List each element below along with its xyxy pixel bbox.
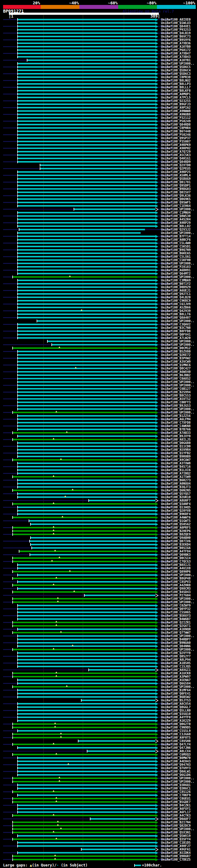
alignment-bar[interactable]: [18, 307, 156, 308]
alignment-bar[interactable]: [18, 767, 156, 769]
hit-label[interactable]: UniRef100_A9PIA2: [161, 106, 197, 109]
hit-label[interactable]: UniRef100_B6JBB2: [161, 373, 197, 377]
alignment-bar[interactable]: [18, 435, 156, 437]
alignment-bar[interactable]: [18, 56, 156, 58]
alignment-bar[interactable]: [18, 787, 156, 789]
alignment-bar[interactable]: [18, 418, 156, 420]
hit-label[interactable]: UniRef100_B6KEA5: [161, 252, 197, 255]
alignment-bar[interactable]: [18, 252, 156, 254]
hit-label[interactable]: UniRef100_B9GFJ3: [161, 102, 197, 106]
alignment-bar[interactable]: [13, 622, 156, 623]
hit-label[interactable]: UniRef100_UPI000..: [161, 231, 197, 235]
hit-label[interactable]: UniRef100_B9JXY0: [161, 434, 197, 438]
hit-label[interactable]: UniRef100_Q1WLU3: [161, 21, 197, 25]
alignment-bar[interactable]: [18, 26, 156, 27]
hit-label[interactable]: UniRef100_C5LXA1: [161, 255, 197, 258]
hit-label[interactable]: UniRef100_C4WKN8: [161, 424, 197, 428]
hit-label[interactable]: UniRef100_Q07IV6: [161, 539, 197, 543]
alignment-bar[interactable]: [18, 293, 156, 295]
alignment-bar[interactable]: [18, 683, 156, 684]
hit-label[interactable]: UniRef100_C3QAV2: [161, 323, 197, 326]
alignment-bar[interactable]: [18, 215, 156, 217]
hit-label[interactable]: UniRef100_UPI000..: [161, 600, 197, 604]
hit-label[interactable]: UniRef100_A4ZHR8: [161, 584, 197, 587]
alignment-bar[interactable]: [18, 178, 156, 180]
alignment-bar[interactable]: [18, 188, 156, 190]
hit-label[interactable]: UniRef100_Q9SP37: [161, 136, 197, 140]
hit-label[interactable]: UniRef100_O23255: [161, 99, 197, 102]
alignment-bar[interactable]: [27, 59, 156, 61]
alignment-bar[interactable]: [18, 53, 156, 54]
hit-label[interactable]: UniRef100_B6B5W2: [161, 695, 197, 699]
alignment-bar[interactable]: [18, 70, 156, 71]
alignment-bar[interactable]: [13, 822, 156, 823]
hit-label[interactable]: UniRef100_Q062T0: [161, 722, 197, 726]
alignment-bar[interactable]: [18, 39, 156, 41]
hit-label[interactable]: UniRef100_Q9LK36: [161, 194, 197, 197]
alignment-bar[interactable]: [18, 331, 156, 332]
alignment-bar[interactable]: [89, 500, 156, 501]
alignment-bar[interactable]: [18, 510, 156, 512]
hit-label[interactable]: UniRef100_A6WX40: [161, 370, 197, 373]
hit-label[interactable]: UniRef100_A8U0F7: [161, 499, 197, 502]
hit-label[interactable]: UniRef100_B6R273: [161, 478, 197, 482]
alignment-bar[interactable]: [18, 130, 156, 132]
alignment-bar[interactable]: [13, 276, 156, 278]
hit-label[interactable]: UniRef100_UPI000..: [161, 62, 197, 65]
alignment-bar[interactable]: [18, 395, 156, 396]
hit-label[interactable]: UniRef100_A9RP29: [161, 221, 197, 224]
alignment-bar[interactable]: [40, 168, 156, 169]
hit-label[interactable]: UniRef100_P50246: [161, 133, 197, 136]
hit-label[interactable]: UniRef100_B2HEP6: [161, 529, 197, 533]
alignment-bar[interactable]: [18, 114, 156, 115]
alignment-bar[interactable]: [18, 652, 156, 654]
hit-label[interactable]: UniRef100_C0UEU1: [161, 797, 197, 800]
alignment-bar[interactable]: [18, 300, 156, 302]
alignment-bar[interactable]: [18, 422, 156, 423]
alignment-bar[interactable]: [13, 476, 156, 477]
alignment-bar[interactable]: [13, 527, 156, 528]
alignment-bar[interactable]: [18, 445, 156, 447]
alignment-bar[interactable]: [18, 93, 156, 95]
alignment-bar[interactable]: [18, 771, 156, 772]
hit-label[interactable]: UniRef100_A0PRF5: [161, 526, 197, 529]
hit-label[interactable]: UniRef100_Q9ABH0: [161, 536, 197, 539]
hit-label[interactable]: UniRef100_B9DG03: [161, 187, 197, 191]
hit-label[interactable]: UniRef100_Q2V3J2: [161, 228, 197, 231]
alignment-bar[interactable]: [18, 290, 156, 291]
hit-label[interactable]: UniRef100_P28183: [161, 265, 197, 269]
hit-label[interactable]: UniRef100_A7PCL5: [161, 96, 197, 99]
hit-label[interactable]: UniRef100_C1SJQ5: [161, 665, 197, 668]
alignment-bar[interactable]: [88, 750, 156, 752]
hit-label[interactable]: UniRef100_Q6N2N5: [161, 489, 197, 492]
hit-label[interactable]: UniRef100_C7XFD8: [161, 421, 197, 424]
hit-label[interactable]: UniRef100_B1LXI6: [161, 468, 197, 472]
hit-label[interactable]: UniRef100_A6UEJ1: [161, 289, 197, 292]
alignment-bar[interactable]: [18, 171, 156, 173]
hit-label[interactable]: UniRef100_A3VCW9: [161, 360, 197, 363]
alignment-bar[interactable]: [13, 781, 156, 782]
alignment-bar[interactable]: [18, 757, 156, 759]
alignment-bar[interactable]: [18, 402, 156, 403]
hit-label[interactable]: UniRef100_Q84RD9: [161, 160, 197, 163]
alignment-bar[interactable]: [18, 46, 156, 48]
hit-label[interactable]: UniRef100_A7AB33: [161, 431, 197, 434]
hit-label[interactable]: UniRef100_Q2G6T1: [161, 624, 197, 627]
hit-label[interactable]: UniRef100_B0SIG6: [161, 546, 197, 550]
hit-label[interactable]: UniRef100_Q09BK3: [161, 553, 197, 556]
hit-label[interactable]: UniRef100_Q8A407: [161, 316, 197, 319]
alignment-bar[interactable]: [18, 442, 156, 444]
alignment-bar[interactable]: [18, 615, 156, 616]
alignment-bar[interactable]: [13, 676, 156, 677]
alignment-bar[interactable]: [18, 713, 156, 715]
hit-label[interactable]: UniRef100_C9KRC9: [161, 299, 197, 302]
hit-label[interactable]: UniRef100_A4EH43: [161, 760, 197, 763]
hit-label[interactable]: UniRef100_A4CTK3: [161, 814, 197, 817]
alignment-bar[interactable]: [18, 205, 156, 207]
hit-label[interactable]: UniRef100_UPI000..: [161, 343, 197, 346]
alignment-bar[interactable]: [13, 838, 156, 840]
hit-label[interactable]: UniRef100_Q0ISV7: [161, 191, 197, 194]
hit-label[interactable]: UniRef100_C1EH64: [161, 204, 197, 208]
alignment-bar[interactable]: [13, 723, 156, 725]
hit-label[interactable]: UniRef100_Q4H1G1: [161, 157, 197, 160]
